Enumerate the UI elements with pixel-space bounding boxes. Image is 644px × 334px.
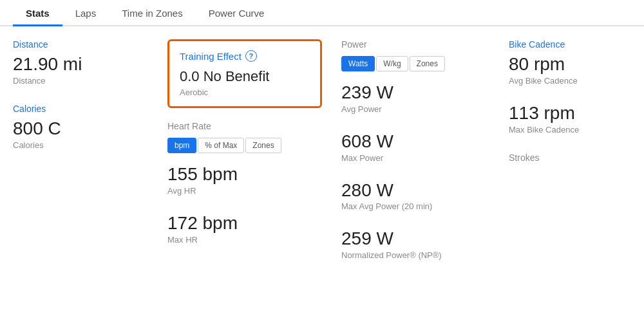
heart-rate-btn-group: bpm % of Max Zones	[167, 138, 328, 153]
max-hr-sublabel: Max HR	[167, 235, 328, 245]
max-cadence-value: 113 rpm	[509, 104, 644, 124]
calories-sublabel: Calories	[13, 140, 155, 150]
avg-hr-value: 155 bpm	[167, 165, 328, 185]
hr-btn-pct-max[interactable]: % of Max	[198, 138, 244, 153]
hr-btn-bpm[interactable]: bpm	[167, 138, 196, 153]
max-power-sublabel: Max Power	[341, 153, 496, 163]
power-btn-watts[interactable]: Watts	[341, 56, 375, 71]
training-effect-sublabel: Aerobic	[180, 88, 310, 97]
tab-power-curve[interactable]: Power Curve	[196, 0, 278, 25]
normalized-power-value: 259 W	[341, 229, 496, 249]
calories-block: Calories 800 C Calories	[13, 104, 155, 150]
normalized-power-block: 259 W Normalized Power® (NP®)	[341, 229, 496, 260]
power-btn-group: Watts W/kg Zones	[341, 56, 496, 71]
avg-power-value: 239 W	[341, 83, 496, 103]
max-hr-value: 172 bpm	[167, 214, 328, 234]
avg-cadence-sublabel: Avg Bike Cadence	[509, 76, 644, 86]
avg-power-block: 239 W Avg Power	[341, 83, 496, 114]
power-label: Power	[341, 39, 496, 50]
strokes-label: Strokes	[509, 153, 644, 163]
training-effect-help-icon[interactable]: ?	[245, 50, 257, 62]
calories-label: Calories	[13, 104, 155, 114]
max-cadence-sublabel: Max Bike Cadence	[509, 125, 644, 135]
col-cadence-strokes: Bike Cadence 80 rpm Avg Bike Cadence 113…	[502, 39, 644, 278]
hr-btn-zones[interactable]: Zones	[245, 138, 281, 153]
heart-rate-label: Heart Rate	[167, 121, 328, 131]
col-distance-calories: Distance 21.90 mi Distance Calories 800 …	[13, 39, 161, 278]
normalized-power-sublabel: Normalized Power® (NP®)	[341, 250, 496, 260]
bike-cadence-label: Bike Cadence	[509, 39, 644, 50]
nav-tabs: Stats Laps Time in Zones Power Curve	[0, 0, 644, 26]
max-avg-power-value: 280 W	[341, 181, 496, 201]
distance-block: Distance 21.90 mi Distance	[13, 39, 155, 86]
training-effect-header: Training Effect ?	[180, 50, 310, 62]
max-avg-power-sublabel: Max Avg Power (20 min)	[341, 201, 496, 211]
col-training-hr: Training Effect ? 0.0 No Benefit Aerobic…	[161, 39, 335, 278]
avg-cadence-value: 80 rpm	[509, 55, 644, 75]
training-effect-value: 0.0 No Benefit	[180, 68, 310, 85]
heart-rate-section: Heart Rate bpm % of Max Zones 155 bpm Av…	[167, 121, 328, 245]
power-btn-wkg[interactable]: W/kg	[376, 56, 408, 71]
avg-hr-sublabel: Avg HR	[167, 186, 328, 196]
avg-cadence-block: 80 rpm Avg Bike Cadence	[509, 55, 644, 86]
training-effect-title: Training Effect	[180, 51, 242, 62]
distance-value: 21.90 mi	[13, 55, 155, 75]
training-effect-box: Training Effect ? 0.0 No Benefit Aerobic	[167, 39, 322, 108]
tab-time-in-zones[interactable]: Time in Zones	[109, 0, 195, 25]
col-power: Power Watts W/kg Zones 239 W Avg Power 6…	[335, 39, 502, 278]
avg-power-sublabel: Avg Power	[341, 104, 496, 114]
avg-hr-block: 155 bpm Avg HR	[167, 165, 328, 196]
tab-stats[interactable]: Stats	[13, 0, 62, 25]
tab-laps[interactable]: Laps	[62, 0, 109, 25]
max-power-block: 608 W Max Power	[341, 132, 496, 163]
power-btn-zones[interactable]: Zones	[410, 56, 445, 71]
calories-value: 800 C	[13, 119, 155, 139]
max-avg-power-block: 280 W Max Avg Power (20 min)	[341, 181, 496, 212]
max-power-value: 608 W	[341, 132, 496, 152]
distance-label: Distance	[13, 39, 155, 50]
distance-sublabel: Distance	[13, 76, 155, 86]
max-hr-block: 172 bpm Max HR	[167, 214, 328, 245]
max-cadence-block: 113 rpm Max Bike Cadence	[509, 104, 644, 135]
main-content: Distance 21.90 mi Distance Calories 800 …	[0, 26, 644, 278]
